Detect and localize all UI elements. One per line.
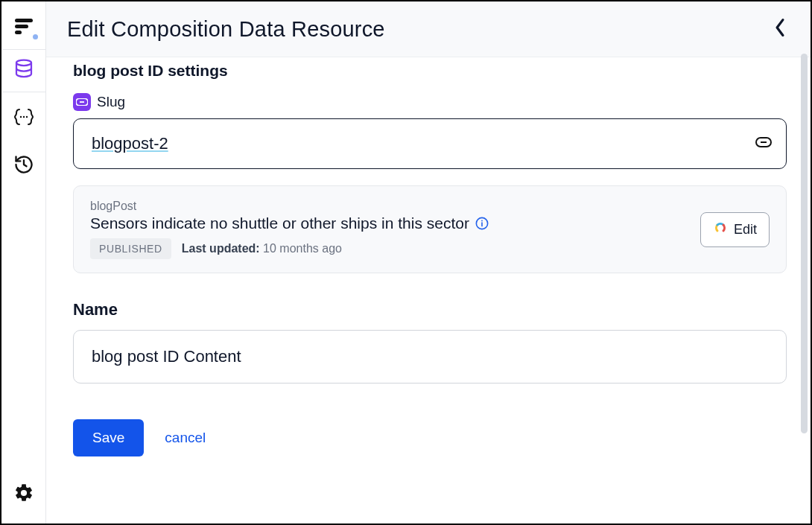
history-icon xyxy=(13,154,34,178)
svg-point-13 xyxy=(481,220,483,222)
sidebar-item-logo[interactable] xyxy=(2,9,45,45)
name-input[interactable] xyxy=(73,330,787,384)
sidebar-item-settings[interactable] xyxy=(2,473,45,516)
svg-point-3 xyxy=(16,60,31,66)
edit-button-label: Edit xyxy=(734,222,757,238)
slug-input[interactable] xyxy=(73,118,787,169)
header: Edit Composition Data Resource xyxy=(46,1,811,57)
svg-point-4 xyxy=(19,116,21,118)
svg-point-6 xyxy=(25,116,27,118)
slug-label-row: Slug xyxy=(73,93,787,111)
name-label: Name xyxy=(73,300,787,319)
cancel-button[interactable]: cancel xyxy=(165,430,206,446)
section-title: blog post ID settings xyxy=(73,62,787,80)
footer-actions: Save cancel xyxy=(73,419,787,456)
slug-label: Slug xyxy=(97,94,125,110)
sidebar-item-history[interactable] xyxy=(2,144,45,188)
edit-button[interactable]: Edit xyxy=(700,212,770,247)
sidebar-item-data[interactable] xyxy=(2,49,45,92)
preview-title: Sensors indicate no shuttle or other shi… xyxy=(90,214,469,232)
preview-card: blogPost Sensors indicate no shuttle or … xyxy=(73,185,787,273)
database-icon xyxy=(13,58,35,83)
sidebar xyxy=(1,1,46,524)
svg-rect-0 xyxy=(15,19,33,22)
status-badge: PUBLISHED xyxy=(90,238,171,259)
content: blog post ID settings Slug xyxy=(46,57,811,524)
contentful-icon xyxy=(713,220,728,239)
info-icon[interactable] xyxy=(475,217,489,230)
page-title: Edit Composition Data Resource xyxy=(67,17,385,42)
link-icon xyxy=(755,137,772,150)
main-panel: Edit Composition Data Resource blog post… xyxy=(46,1,811,524)
svg-rect-2 xyxy=(15,31,22,34)
last-updated: Last updated: 10 months ago xyxy=(182,242,342,255)
sidebar-item-json[interactable] xyxy=(2,97,45,140)
gear-icon xyxy=(13,483,34,506)
svg-rect-1 xyxy=(15,25,28,28)
collapse-button[interactable] xyxy=(770,15,790,43)
svg-point-5 xyxy=(22,116,24,118)
save-button[interactable]: Save xyxy=(73,419,144,456)
chevron-left-icon xyxy=(773,27,787,39)
json-braces-icon xyxy=(13,107,35,130)
preview-type: blogPost xyxy=(90,200,685,213)
scrollbar[interactable] xyxy=(801,54,808,433)
logo-icon xyxy=(13,16,34,37)
slug-icon xyxy=(73,93,91,111)
